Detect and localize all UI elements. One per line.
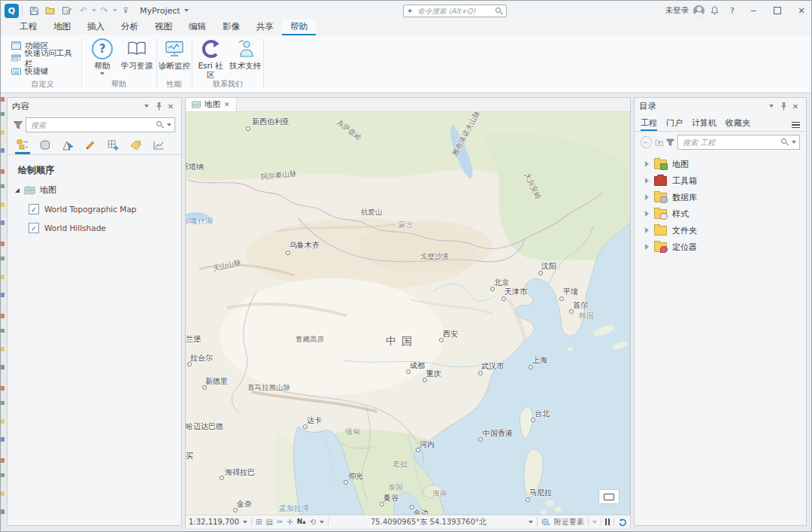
user-avatar[interactable]: [693, 5, 704, 17]
refresh-icon[interactable]: [618, 518, 627, 527]
ribbon-tab-工程[interactable]: 工程: [11, 19, 45, 35]
layer-row[interactable]: ✓World Hillshade: [8, 223, 181, 233]
project-name[interactable]: MyProject: [140, 6, 189, 16]
selection-tool-icon[interactable]: ✂: [277, 518, 283, 526]
command-search-box[interactable]: ✦: [403, 5, 507, 17]
map-tab-label: 地图: [205, 99, 220, 110]
map-overlay-button[interactable]: [598, 489, 620, 504]
redo-icon[interactable]: ↷: [97, 3, 112, 18]
notifications-bell-icon[interactable]: [707, 3, 722, 18]
save-as-icon[interactable]: [59, 3, 74, 18]
catalog-tab-计算机[interactable]: 计算机: [692, 117, 717, 131]
rotate-view-icon[interactable]: ⟲: [310, 518, 316, 526]
list-by-drawing-order-icon[interactable]: [15, 137, 30, 154]
cursor-coordinates[interactable]: 75.4090965°东 54.1393760°北: [332, 517, 525, 527]
search-options-caret-icon[interactable]: [167, 123, 171, 126]
catalog-item-定位器[interactable]: 定位器: [635, 239, 806, 255]
app-logo-icon[interactable]: Q: [5, 4, 19, 18]
nav-caret-icon[interactable]: [320, 521, 324, 524]
catalog-tab-收藏夹[interactable]: 收藏夹: [726, 117, 750, 131]
map-view-tab[interactable]: 地图 ✕: [186, 98, 237, 111]
close-button[interactable]: ✕: [790, 2, 812, 20]
catalog-item-工具箱[interactable]: 工具箱: [635, 172, 806, 189]
ribbon-tab-视图[interactable]: 视图: [147, 19, 180, 35]
ribbon-tab-分析[interactable]: 分析: [113, 19, 147, 35]
list-by-charts-icon[interactable]: [150, 138, 165, 154]
expander-collapsed-icon[interactable]: [645, 227, 649, 233]
expander-collapsed-icon[interactable]: [645, 161, 649, 167]
ribbon-tab-编辑[interactable]: 编辑: [180, 19, 214, 35]
quick-access-customize-icon[interactable]: ⊽: [118, 3, 133, 18]
back-icon[interactable]: ←: [641, 136, 652, 148]
undo-icon[interactable]: ↶: [76, 3, 91, 18]
layer-row[interactable]: ✓World Topographic Map: [8, 204, 181, 214]
list-by-snapping-icon[interactable]: [105, 138, 120, 154]
ribbon-tab-地图[interactable]: 地图: [45, 19, 79, 35]
contents-search-input[interactable]: [29, 120, 153, 130]
contents-search-box[interactable]: [26, 117, 175, 132]
layer-visibility-checkbox[interactable]: ✓: [29, 204, 39, 214]
pin-icon[interactable]: [153, 100, 165, 112]
search-options-caret-icon[interactable]: [792, 141, 796, 144]
help-icon[interactable]: ?: [724, 2, 741, 20]
undo-caret-icon[interactable]: [92, 9, 96, 12]
catalog-tab-门户[interactable]: 门户: [666, 117, 683, 131]
expander-collapsed-icon[interactable]: [645, 194, 649, 200]
pane-menu-caret-icon[interactable]: [765, 100, 777, 112]
ribbon-tab-帮助[interactable]: 帮助: [282, 19, 316, 35]
command-search-input[interactable]: [416, 6, 492, 16]
catalog-item-样式[interactable]: 样式: [635, 205, 806, 222]
scale-caret-icon[interactable]: [243, 521, 247, 524]
catalog-search-box[interactable]: [677, 135, 800, 150]
catalog-tab-工程[interactable]: 工程: [641, 117, 657, 131]
diagnostic-monitor-button[interactable]: 诊断监控: [157, 38, 192, 71]
list-by-data-source-icon[interactable]: [38, 138, 53, 154]
ribbon-tab-共享[interactable]: 共享: [248, 19, 282, 35]
filter-funnel-icon[interactable]: [666, 138, 674, 147]
coords-caret-icon[interactable]: [529, 521, 533, 524]
open-project-icon[interactable]: [43, 3, 58, 18]
close-tab-icon[interactable]: ✕: [224, 101, 230, 108]
list-by-editing-icon[interactable]: [83, 138, 98, 154]
map-canvas[interactable]: 新西伯利亚东萨彦岭雅布洛诺夫山脉阿斯塔纳阿尔泰山脉杭爱山蒙古巴尔喀什湖乌鲁木齐天…: [186, 112, 630, 515]
catalog-item-数据库[interactable]: 数据库: [635, 189, 806, 205]
expander-expanded-icon[interactable]: [15, 188, 20, 193]
tech-support-button[interactable]: 技术支持: [228, 38, 262, 71]
help-button[interactable]: ? 帮助: [85, 38, 120, 75]
pause-drawing-icon[interactable]: [605, 518, 610, 525]
close-pane-icon[interactable]: ✕: [165, 100, 177, 112]
nearby-features-label[interactable]: 附近要素: [554, 517, 584, 527]
add-point-icon[interactable]: ✛: [286, 518, 292, 526]
add-extent-icon[interactable]: ⊞: [256, 518, 262, 526]
status-caret-icon[interactable]: [592, 521, 597, 524]
catalog-search-input[interactable]: [681, 138, 778, 147]
expander-collapsed-icon[interactable]: [645, 244, 649, 250]
up-one-level-icon[interactable]: [655, 138, 664, 147]
north-arrow-icon[interactable]: N▴: [297, 518, 306, 525]
ribbon-tab-插入[interactable]: 插入: [79, 19, 113, 35]
learn-resources-button[interactable]: 学习资源: [120, 38, 154, 71]
esri-community-button[interactable]: Esri 社区: [195, 38, 226, 79]
minimize-button[interactable]: ─: [742, 2, 765, 20]
ribbon-tab-影像[interactable]: 影像: [214, 19, 248, 35]
ribbon-button[interactable]: 快速访问工具栏: [5, 52, 80, 65]
save-project-icon[interactable]: [26, 3, 41, 18]
list-by-selection-icon[interactable]: [60, 138, 75, 154]
catalog-item-地图[interactable]: 地图: [635, 156, 806, 172]
expander-collapsed-icon[interactable]: [645, 178, 649, 184]
restore-button[interactable]: [766, 2, 789, 20]
pin-icon[interactable]: [777, 100, 789, 112]
pane-menu-caret-icon[interactable]: [141, 100, 153, 112]
grid-icon[interactable]: ▤: [265, 518, 272, 526]
expander-collapsed-icon[interactable]: [645, 211, 649, 217]
catalog-item-文件夹[interactable]: 文件夹: [635, 222, 806, 239]
filter-funnel-icon[interactable]: [14, 121, 23, 129]
map-scale[interactable]: 1:32,119,700: [189, 518, 239, 526]
catalog-menu-icon[interactable]: [792, 122, 800, 132]
list-by-labeling-icon[interactable]: [128, 138, 143, 154]
layer-visibility-checkbox[interactable]: ✓: [29, 223, 39, 233]
sign-in-status[interactable]: 未登录: [665, 5, 689, 16]
redo-caret-icon[interactable]: [113, 9, 117, 12]
close-pane-icon[interactable]: ✕: [789, 100, 801, 112]
map-tree-node[interactable]: 地图: [8, 177, 181, 196]
